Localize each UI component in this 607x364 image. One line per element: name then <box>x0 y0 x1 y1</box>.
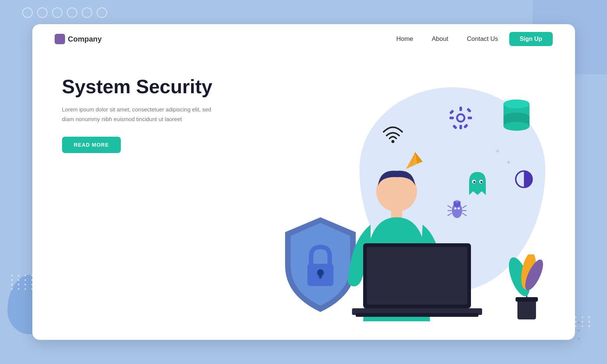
bug-icon <box>447 199 467 222</box>
svg-rect-11 <box>452 124 457 129</box>
svg-line-28 <box>462 205 466 208</box>
illustration: ✦ ✦ <box>240 50 575 340</box>
read-more-button[interactable]: READ MORE <box>62 137 121 153</box>
sparkle-icon-2: ✦ <box>506 158 512 167</box>
background-dots-left <box>11 275 35 290</box>
nav-about[interactable]: About <box>432 35 448 43</box>
svg-point-22 <box>480 181 482 183</box>
svg-rect-8 <box>468 117 472 119</box>
svg-rect-5 <box>459 107 462 111</box>
logo[interactable]: Company <box>55 34 102 44</box>
svg-rect-10 <box>463 124 468 129</box>
main-card: Company Home About Contact Us Sign Up Sy… <box>32 24 575 340</box>
hero-title: System Security <box>62 76 218 97</box>
nav-links: Home About Contact Us <box>396 35 498 43</box>
nav-home[interactable]: Home <box>396 35 413 43</box>
svg-rect-48 <box>517 299 536 319</box>
logo-icon <box>55 34 65 44</box>
svg-point-34 <box>458 207 460 209</box>
svg-rect-42 <box>391 209 402 218</box>
navbar: Company Home About Contact Us Sign Up <box>32 24 575 54</box>
ghost-icon <box>465 169 490 198</box>
svg-rect-9 <box>449 110 454 114</box>
svg-rect-40 <box>319 272 322 277</box>
svg-line-27 <box>448 213 452 216</box>
nav-contact[interactable]: Contact Us <box>467 35 498 43</box>
svg-line-25 <box>448 205 452 208</box>
svg-point-33 <box>454 207 456 209</box>
background-circles <box>22 7 107 18</box>
plant <box>508 254 545 321</box>
signup-button[interactable]: Sign Up <box>509 32 552 46</box>
svg-rect-7 <box>449 117 454 119</box>
wifi-icon <box>382 124 404 144</box>
svg-point-21 <box>473 181 475 183</box>
hero-section: System Security Lorem ipsum dolor sit am… <box>62 76 218 153</box>
svg-point-18 <box>503 122 529 131</box>
half-circle-icon <box>514 169 534 191</box>
hero-description: Lorem ipsum dolor sit amet, consectetuer… <box>62 105 218 124</box>
gear-icon <box>449 106 473 131</box>
logo-text: Company <box>68 35 102 43</box>
database-icon <box>503 98 530 133</box>
svg-rect-49 <box>516 297 538 302</box>
svg-point-3 <box>391 140 394 143</box>
laptop <box>352 243 482 325</box>
svg-point-16 <box>503 100 529 108</box>
svg-rect-6 <box>459 125 462 129</box>
sparkle-icon-1: ✦ <box>494 147 501 156</box>
svg-line-30 <box>462 213 466 216</box>
svg-rect-45 <box>367 247 467 305</box>
svg-rect-12 <box>466 108 471 113</box>
svg-point-4 <box>457 114 464 122</box>
svg-rect-47 <box>356 313 478 317</box>
